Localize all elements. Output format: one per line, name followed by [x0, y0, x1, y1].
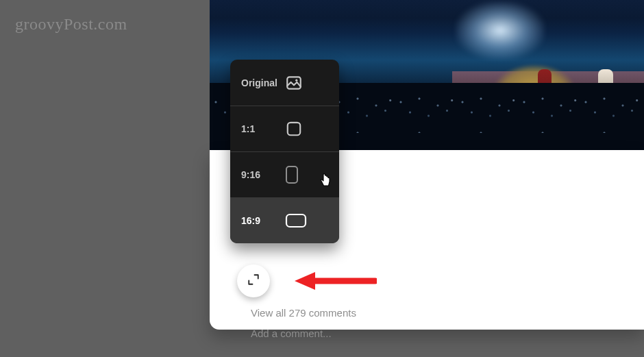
aspect-option-label: Original — [241, 77, 285, 88]
annotation-arrow-icon — [295, 271, 377, 291]
add-comment-input[interactable]: Add a comment... — [251, 328, 332, 339]
aspect-option-16-9[interactable]: 16:9 — [230, 197, 339, 243]
square-icon — [285, 120, 303, 138]
svg-point-1 — [295, 79, 297, 81]
expand-icon — [247, 273, 260, 288]
crop-aspect-button[interactable] — [237, 264, 270, 297]
stage-light-glow — [456, 1, 545, 60]
view-all-comments-link[interactable]: View all 279 comments — [251, 307, 356, 319]
image-icon — [285, 74, 303, 92]
watermark-text: groovyPost.com — [15, 15, 127, 34]
portrait-rect-icon — [285, 165, 299, 184]
svg-rect-3 — [286, 167, 297, 183]
aspect-option-label: 16:9 — [241, 215, 285, 226]
pointer-cursor-icon — [319, 173, 332, 188]
aspect-option-1-1[interactable]: 1:1 — [230, 106, 339, 151]
svg-rect-2 — [288, 122, 300, 134]
svg-marker-6 — [295, 272, 315, 290]
aspect-option-original[interactable]: Original — [230, 60, 339, 106]
aspect-option-label: 1:1 — [241, 123, 285, 134]
landscape-rect-icon — [285, 213, 307, 228]
svg-rect-4 — [286, 214, 306, 227]
aspect-ratio-menu: Original 1:1 9:16 16:9 — [230, 60, 339, 243]
aspect-option-label: 9:16 — [241, 169, 285, 180]
